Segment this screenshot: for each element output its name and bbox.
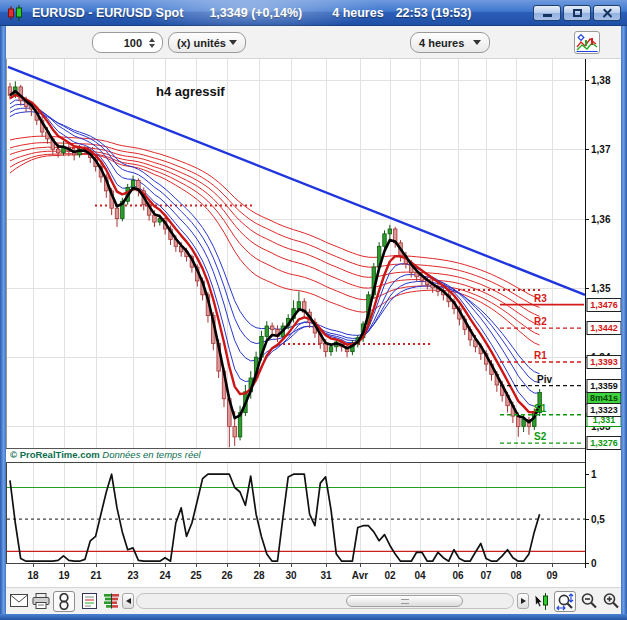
date-tick-label: 18 [27, 570, 38, 581]
chevron-down-icon [229, 40, 237, 45]
timeframe-label: 4 heures [419, 37, 464, 49]
date-tick-label: 30 [285, 570, 296, 581]
link-chart-button[interactable] [53, 591, 75, 612]
minimize-icon [543, 14, 552, 17]
chevron-down-icon [473, 40, 481, 45]
svg-text:1,3393: 1,3393 [590, 357, 618, 367]
date-tick-label: 31 [320, 570, 331, 581]
date-tick-label: 06 [452, 570, 463, 581]
zoom-in-icon [602, 592, 620, 610]
svg-text:1,3276: 1,3276 [590, 438, 618, 448]
svg-text:1,37: 1,37 [591, 144, 611, 155]
units-mode-label: (x) unités [177, 37, 226, 49]
minimize-button[interactable] [533, 5, 561, 21]
svg-text:S2: S2 [534, 431, 547, 442]
zoom-out-icon [580, 592, 598, 610]
report-icon [82, 593, 97, 609]
scroll-left-button[interactable] [122, 593, 134, 609]
mail-button[interactable] [10, 592, 28, 610]
svg-text:1,36: 1,36 [591, 214, 611, 225]
orderbook-button[interactable] [102, 592, 120, 610]
title-timeframe: 4 heures [332, 6, 383, 20]
svg-text:1: 1 [591, 469, 597, 480]
mail-icon [10, 594, 28, 608]
date-tick-label: 21 [90, 570, 101, 581]
window-title: EURUSD - EUR/USD Spot [32, 6, 183, 20]
svg-text:1,3476: 1,3476 [590, 300, 618, 310]
units-mode-dropdown[interactable]: (x) unités [168, 32, 246, 53]
maximize-button[interactable] [563, 5, 591, 21]
arrow-right-icon [521, 598, 526, 604]
fast-blue-ribbon [10, 100, 540, 406]
date-tick-label: 04 [414, 570, 425, 581]
date-tick-label: 26 [221, 570, 232, 581]
chart-toolbar: 100 (x) unités 4 heures [6, 26, 621, 59]
price-chart-canvas[interactable]: R3R2R1PivS1S21,381,371,361,351,341,331,3… [6, 59, 621, 461]
timeframe-dropdown[interactable]: 4 heures [410, 32, 490, 53]
title-clock: 22:53 (19:53) [396, 6, 472, 20]
date-tick-label: 23 [127, 570, 138, 581]
chart-scrollbar[interactable] [136, 593, 514, 609]
date-tick-label: 19 [58, 570, 69, 581]
svg-text:1,35: 1,35 [591, 283, 611, 294]
date-axis: 18192123242526283031Avr020406070809 [6, 568, 621, 587]
svg-text:S1: S1 [534, 403, 547, 414]
scrollbar-thumb[interactable] [346, 595, 463, 607]
title-change: (+0,14%) [251, 6, 302, 20]
date-tick-label: 07 [480, 570, 491, 581]
oscillator-canvas[interactable]: 10,50 [6, 461, 621, 568]
svg-text:1,38: 1,38 [591, 75, 611, 86]
svg-text:1,3359: 1,3359 [590, 381, 618, 391]
bottom-toolbar [6, 587, 621, 614]
date-tick-label: Avr [352, 570, 368, 581]
date-tick-label: 08 [510, 570, 521, 581]
goto-last-candle-button[interactable] [533, 592, 551, 610]
title-price: 1,3349 [209, 6, 247, 20]
date-tick-label: 09 [546, 570, 557, 581]
grid-layer [6, 59, 585, 448]
window-border-bottom [0, 614, 627, 620]
scroll-right-button[interactable] [517, 593, 529, 609]
zoom-out-button[interactable] [580, 592, 598, 610]
svg-text:8m41s: 8m41s [590, 393, 618, 403]
zoom-fit-icon [556, 593, 574, 611]
zoom-fit-button[interactable] [554, 591, 576, 612]
svg-text:R3: R3 [534, 293, 547, 304]
zoom-in-button[interactable] [602, 592, 620, 610]
arrow-left-icon [126, 598, 131, 604]
cursor-candle-icon [534, 593, 550, 610]
svg-text:1,3442: 1,3442 [590, 323, 618, 333]
trendline[interactable] [8, 67, 585, 295]
copyright-text: © ProRealTime.com Données en temps réel [10, 449, 201, 460]
report-button[interactable] [80, 592, 98, 610]
link-icon [57, 593, 71, 610]
chart-style-button[interactable] [574, 31, 600, 54]
spinner-arrows [146, 33, 158, 52]
date-tick-label: 25 [190, 570, 201, 581]
signal-black [10, 91, 540, 422]
thumb-grip-icon [401, 599, 409, 604]
svg-text:0: 0 [591, 558, 597, 569]
spinner-down-icon[interactable] [149, 44, 155, 48]
units-count-value: 100 [93, 37, 146, 49]
window-content: 100 (x) unités 4 heures [6, 26, 621, 614]
window-buttons [533, 5, 621, 21]
date-tick-label: 28 [253, 570, 264, 581]
close-icon [602, 7, 613, 18]
svg-text:Piv: Piv [537, 374, 552, 385]
close-button[interactable] [593, 5, 621, 21]
application-window: EURUSD - EUR/USD Spot 1,3349 (+0,14%) 4 … [0, 0, 627, 620]
chart-annotation[interactable]: h4 agressif [156, 84, 225, 99]
print-button[interactable] [32, 592, 50, 610]
svg-text:R1: R1 [534, 350, 547, 361]
dotted-levels-layer [57, 148, 543, 344]
date-tick-label: 24 [159, 570, 170, 581]
spinner-up-icon[interactable] [149, 38, 155, 42]
svg-text:R2: R2 [534, 316, 547, 327]
window-titlebar[interactable]: EURUSD - EUR/USD Spot 1,3349 (+0,14%) 4 … [0, 0, 627, 26]
units-count-input[interactable]: 100 [92, 32, 163, 53]
maximize-icon [573, 9, 582, 17]
window-border-right [621, 26, 627, 615]
svg-text:0,5: 0,5 [591, 514, 605, 525]
title-price-change: 1,3349 (+0,14%) [209, 6, 302, 20]
